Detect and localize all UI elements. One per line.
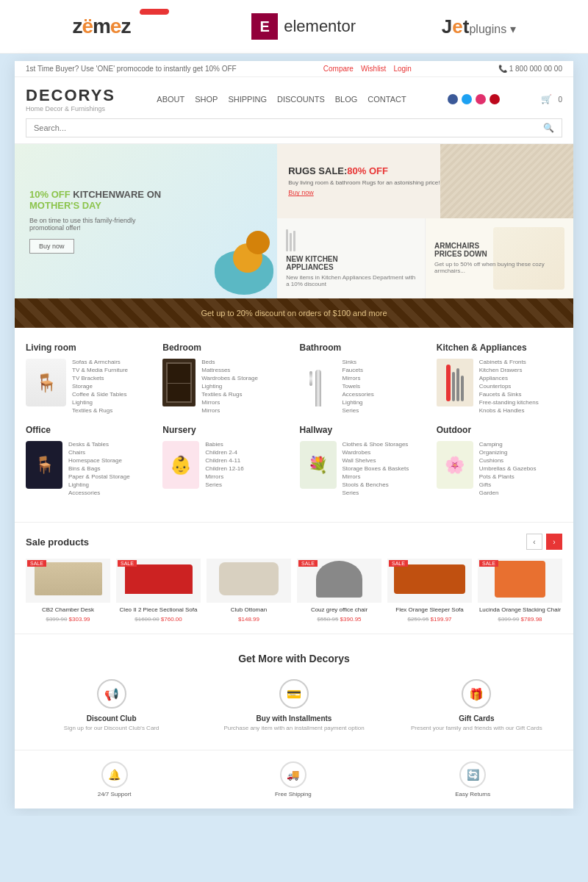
prev-arrow[interactable]: ‹ (526, 534, 542, 550)
link-babies[interactable]: Babies (205, 441, 243, 448)
zemes-logo[interactable]: zëmez (72, 15, 165, 38)
link-accessories[interactable]: Accessories (343, 391, 374, 398)
link-clothes-storage[interactable]: Clothes & Shoe Storages (343, 441, 409, 448)
link-wardrobes[interactable]: Wardrobes & Storage (201, 375, 258, 381)
link-kitchen-faucets[interactable]: Faucets & Sinks (479, 391, 539, 398)
link-umbrellas[interactable]: Umbrellas & Gazebos (479, 465, 537, 472)
nav-discounts[interactable]: DISCOUNTS (277, 95, 325, 104)
link-hallway-mirrors[interactable]: Mirrors (343, 473, 409, 480)
link-sinks[interactable]: Sinks (343, 359, 374, 365)
shipping-label: Free Shipping (275, 791, 312, 797)
feature-gift-cards: 🎁 Gift Cards Present your family and fri… (391, 679, 562, 731)
product-name-2: Cleo II 2 Piece Sectional Sofa (116, 606, 201, 614)
facebook-icon[interactable] (448, 94, 458, 104)
login-link[interactable]: Login (393, 65, 411, 73)
link-stools-benches[interactable]: Stools & Benches (343, 481, 409, 488)
link-nursery-mirrors[interactable]: Mirrors (205, 473, 243, 480)
bedroom-links: Beds Mattresses Wardrobes & Storage Ligh… (201, 359, 258, 414)
link-bedroom-mirrors[interactable]: Mirrors (201, 399, 258, 406)
link-cushions[interactable]: Cushions (479, 457, 537, 464)
link-children-12-16[interactable]: Children 12-16 (205, 465, 243, 472)
hero-right-banners: RUGS SALE:80% OFF Buy living room & bath… (277, 144, 573, 298)
link-textiles-rugs[interactable]: Textiles & Rugs (72, 407, 128, 414)
link-gifts[interactable]: Gifts (479, 481, 537, 488)
link-children-4-11[interactable]: Children 4-11 (205, 457, 243, 464)
link-sofas[interactable]: Sofas & Armchairs (72, 359, 128, 365)
link-towels[interactable]: Towels (343, 383, 374, 390)
elementor-logo[interactable]: E elementor (251, 13, 356, 40)
promo-banner: Get up to 20% discount on orders of $100… (15, 298, 573, 328)
category-title-nursery: Nursery (162, 425, 288, 435)
link-homespace[interactable]: Homespace Storage (68, 457, 130, 464)
nav-shop[interactable]: SHOP (195, 95, 218, 104)
link-paper-storage[interactable]: Paper & Postal Storage (68, 473, 130, 480)
twitter-icon[interactable] (462, 94, 472, 104)
link-organizing[interactable]: Organizing (479, 449, 537, 456)
link-coffee-tables[interactable]: Coffee & Side Tables (72, 391, 128, 398)
categories-section: Living room 🪑 Sofas & Armchairs TV & Med… (15, 328, 573, 522)
category-office: Office 🪑 Desks & Tables Chairs Homespace… (26, 425, 151, 496)
footer-features: 🔔 24/7 Support 🚚 Free Shipping 🔄 Easy Re… (15, 750, 573, 808)
office-links: Desks & Tables Chairs Homespace Storage … (68, 441, 130, 496)
link-tv-brackets[interactable]: TV Brackets (72, 375, 128, 381)
link-wall-shelves[interactable]: Wall Shelves (343, 457, 409, 464)
link-camping[interactable]: Camping (479, 441, 537, 448)
link-bathroom-series[interactable]: Series (343, 407, 374, 414)
link-hallway-series[interactable]: Series (343, 490, 409, 496)
link-chairs[interactable]: Chairs (68, 449, 130, 456)
link-beds[interactable]: Beds (201, 359, 258, 365)
link-office-lighting[interactable]: Lighting (68, 481, 130, 488)
link-appliances[interactable]: Appliances (479, 375, 539, 381)
link-tv-furniture[interactable]: TV & Media Furniture (72, 367, 128, 373)
compare-link[interactable]: Compare (323, 65, 354, 73)
link-office-accessories[interactable]: Accessories (68, 490, 130, 496)
nav-about[interactable]: ABOUT (157, 95, 184, 104)
link-bathroom-lighting[interactable]: Lighting (343, 399, 374, 406)
next-arrow[interactable]: › (546, 534, 562, 550)
link-garden[interactable]: Garden (479, 490, 537, 496)
link-bedroom-lighting[interactable]: Lighting (201, 383, 258, 390)
elementor-text: elementor (284, 17, 356, 36)
link-storage[interactable]: Storage (72, 383, 128, 390)
cart-area[interactable]: 🛒 0 (541, 94, 562, 104)
link-countertops[interactable]: Countertops (479, 383, 539, 390)
site-logo[interactable]: DECORYS (26, 86, 115, 105)
nav-contact[interactable]: CONTACT (368, 95, 406, 104)
jet-logo[interactable]: Jetplugins ▾ (442, 15, 516, 38)
link-nursery-series[interactable]: Series (205, 481, 243, 488)
link-bathroom-mirrors[interactable]: Mirrors (343, 375, 374, 381)
categories-grid-2: Office 🪑 Desks & Tables Chairs Homespace… (26, 425, 562, 496)
link-desks[interactable]: Desks & Tables (68, 441, 130, 448)
link-storage-boxes[interactable]: Storage Boxes & Baskets (343, 465, 409, 472)
hero-main-banner: 10% OFF KITCHENWARE ON MOTHER'S DAY Be o… (15, 144, 277, 298)
link-children-2-4[interactable]: Children 2-4 (205, 449, 243, 456)
search-button[interactable]: 🔍 (543, 123, 554, 133)
link-hallway-wardrobes[interactable]: Wardrobes (343, 449, 409, 456)
pinterest-icon[interactable] (490, 94, 500, 104)
link-kitchen-drawers[interactable]: Kitchen Drawers (479, 367, 539, 373)
nav-blog[interactable]: BLOG (335, 95, 358, 104)
link-knobs[interactable]: Knobs & Handles (479, 407, 539, 414)
link-pots-plants[interactable]: Pots & Plants (479, 473, 537, 480)
nav-shipping[interactable]: SHIPPING (228, 95, 267, 104)
link-freestanding[interactable]: Free-standing kitchens (479, 399, 539, 406)
link-lighting[interactable]: Lighting (72, 399, 128, 406)
discount-club-desc: Sign up for our Discount Club's Card (26, 725, 197, 731)
hero-buy-button[interactable]: Buy now (29, 239, 74, 254)
instagram-icon[interactable] (476, 94, 486, 104)
living-room-links: Sofas & Armchairs TV & Media Furniture T… (72, 359, 128, 414)
promo-text: Get up to 20% discount on orders of $100… (201, 309, 387, 318)
search-input[interactable] (34, 123, 543, 132)
category-bathroom: Bathroom Sinks Faucets Mirrors Towels Ac… (300, 343, 426, 414)
search-bar[interactable]: 🔍 (26, 118, 562, 137)
wishlist-link[interactable]: Wishlist (361, 65, 386, 73)
link-bedroom-series[interactable]: Mirrors (201, 407, 258, 414)
link-faucets[interactable]: Faucets (343, 367, 374, 373)
link-bedroom-textiles[interactable]: Textiles & Rugs (201, 391, 258, 398)
nav-arrows: ‹ › (526, 534, 562, 550)
link-mattresses[interactable]: Mattresses (201, 367, 258, 373)
product-price-3: $148.99 (207, 616, 291, 623)
category-title-outdoor: Outdoor (437, 425, 562, 435)
link-cabinets[interactable]: Cabinets & Fronts (479, 359, 539, 365)
link-bins[interactable]: Bins & Bags (68, 465, 130, 472)
